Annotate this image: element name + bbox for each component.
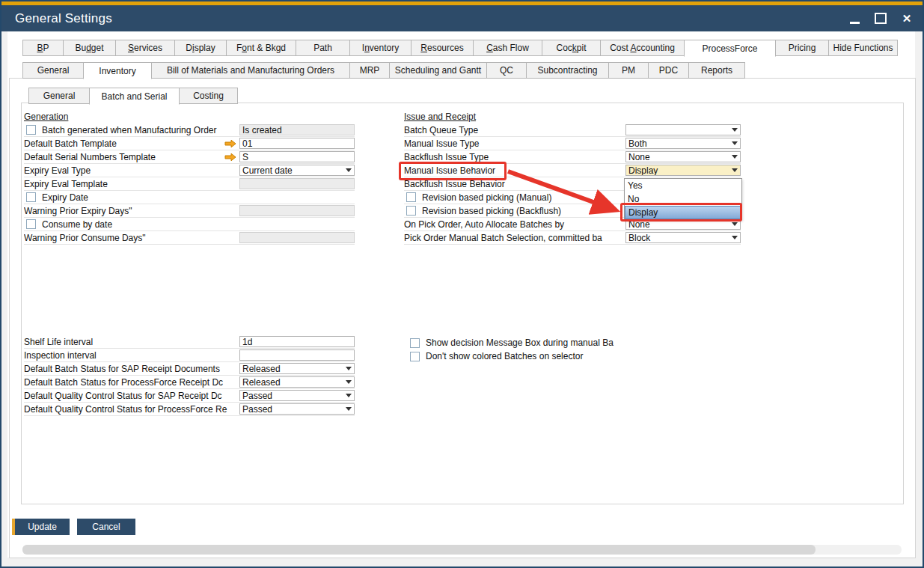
tab-subcontracting[interactable]: Subcontracting xyxy=(526,62,609,79)
checkbox-expiry-date[interactable] xyxy=(26,192,36,202)
form-row-expiry-eval-template: Expiry Eval Template xyxy=(24,177,355,191)
link-arrow-icon[interactable] xyxy=(224,139,236,148)
tab-font-bkgd[interactable]: Font & Bkgd xyxy=(226,40,296,56)
checkbox-consume-by-date[interactable] xyxy=(26,219,36,229)
tab-general[interactable]: General xyxy=(22,62,84,79)
field-label-on-pick-order-auto-allocate-batches-by: On Pick Order, Auto Allocate Batches by xyxy=(404,219,625,230)
checkbox-show-decision-message-box-during-manual-ba[interactable] xyxy=(410,338,420,348)
field-label-default-batch-status-for-processforce-receipt-dc: Default Batch Status for ProcessForce Re… xyxy=(24,377,239,388)
tab-mrp[interactable]: MRP xyxy=(349,62,390,79)
form-row-backflush-issue-type: Backflush Issue TypeNone xyxy=(404,150,741,164)
tab-label: Reports xyxy=(701,65,732,76)
tab-bp[interactable]: BP xyxy=(22,40,64,56)
tab-services[interactable]: Services xyxy=(115,40,175,56)
dropdown[interactable] xyxy=(625,124,741,135)
field-slot: Released xyxy=(239,376,355,388)
options-checkboxes: Show decision Message Box during manual … xyxy=(408,336,741,363)
dropdown-option-yes[interactable]: Yes xyxy=(625,179,741,192)
tab-label: Batch and Serial xyxy=(101,91,167,102)
tab-hide-functions[interactable]: Hide Functions xyxy=(828,40,898,56)
cancel-button[interactable]: Cancel xyxy=(77,519,135,535)
text-field-disabled-batch-generated-when-manufacturing-order: Is created xyxy=(239,124,355,135)
field-slot: Is created xyxy=(239,124,355,135)
tab-label: Bill of Materials and Manufacturing Orde… xyxy=(167,65,334,76)
field-slot: 01 xyxy=(239,138,355,149)
tab-label: Cost Accounting xyxy=(610,43,675,53)
tab-general[interactable]: General xyxy=(28,88,90,104)
update-button-accent xyxy=(12,519,15,535)
link-arrow-icon[interactable] xyxy=(224,153,236,162)
tab-row-processforce: GeneralInventoryBill of Materials and Ma… xyxy=(22,62,745,79)
tab-processforce[interactable]: ProcessForce xyxy=(684,40,776,57)
tab-cash-flow[interactable]: Cash Flow xyxy=(473,40,542,56)
field-label-revision-based-picking-manual: Revision based picking (Manual) xyxy=(422,192,625,203)
dropdown[interactable]: Block xyxy=(625,232,741,243)
titlebar: General Settings ✕ xyxy=(0,5,924,31)
field-label-default-serial-numbers-template: Default Serial Numbers Template xyxy=(24,152,224,162)
tab-path[interactable]: Path xyxy=(296,40,350,56)
tab-inventory[interactable]: Inventory xyxy=(349,40,411,56)
dropdown-value: None xyxy=(628,152,650,162)
checkbox-don-t-show-colored-batches-on-selector[interactable] xyxy=(410,352,420,361)
tab-label: Resources xyxy=(420,43,463,53)
tab-batch-and-serial[interactable]: Batch and Serial xyxy=(89,88,180,105)
dropdown-value: Passed xyxy=(242,404,272,415)
dropdown[interactable]: None xyxy=(625,151,741,162)
field-slot: Released xyxy=(239,363,355,374)
field-slot: Passed xyxy=(239,403,355,415)
tab-pm[interactable]: PM xyxy=(608,62,649,79)
chevron-down-icon xyxy=(732,141,738,145)
update-button[interactable]: Update xyxy=(12,519,70,535)
form-row-default-batch-status-for-sap-receipt-documents: Default Batch Status for SAP Receipt Doc… xyxy=(24,362,355,376)
dropdown[interactable]: Released xyxy=(239,376,355,388)
dropdown[interactable]: Released xyxy=(239,363,355,374)
tab-scheduling-and-gantt[interactable]: Scheduling and Gantt xyxy=(389,62,487,79)
dropdown-option-no[interactable]: No xyxy=(625,192,741,206)
text-field-default-batch-template[interactable]: 01 xyxy=(239,138,355,149)
dropdown[interactable]: Passed xyxy=(239,403,355,415)
tab-cost-accounting[interactable]: Cost Accounting xyxy=(600,40,685,56)
field-label-manual-issue-behavior: Manual Issue Behavior xyxy=(404,165,625,176)
field-slot: None xyxy=(625,219,741,230)
right-gutter xyxy=(915,31,923,567)
window-accent-strip xyxy=(0,0,924,5)
tab-costing[interactable]: Costing xyxy=(179,88,238,104)
tab-display[interactable]: Display xyxy=(174,40,227,56)
field-slot: Block xyxy=(625,232,741,243)
tab-pricing[interactable]: Pricing xyxy=(775,40,829,56)
dropdown-value: Released xyxy=(242,364,281,374)
text-field-default-serial-numbers-template[interactable]: S xyxy=(239,151,355,162)
minimize-button[interactable] xyxy=(846,10,863,27)
tab-budget[interactable]: Budget xyxy=(63,40,116,56)
tab-cockpit[interactable]: Cockpit xyxy=(542,40,601,56)
dropdown[interactable]: None xyxy=(625,219,741,230)
dropdown-value: Passed xyxy=(242,391,272,401)
tab-reports[interactable]: Reports xyxy=(688,62,745,79)
maximize-button[interactable] xyxy=(872,10,889,27)
tab-inventory[interactable]: Inventory xyxy=(83,62,152,79)
checkbox-revision-based-picking-backflush[interactable] xyxy=(406,206,416,216)
dropdown[interactable]: Both xyxy=(625,138,741,149)
text-field-shelf-life-interval[interactable]: 1d xyxy=(239,336,355,347)
dropdown[interactable]: Passed xyxy=(239,390,355,401)
form-row-expiry-date: Expiry Date xyxy=(24,191,355,204)
maximize-icon xyxy=(875,13,887,24)
tab-pdc[interactable]: PDC xyxy=(648,62,689,79)
dropdown[interactable]: Current date xyxy=(239,165,355,176)
field-label-batch-queue-type: Batch Queue Type xyxy=(404,125,625,135)
tab-resources[interactable]: Resources xyxy=(411,40,474,56)
form-row-default-quality-control-status-for-sap-receipt-dc: Default Quality Control Status for SAP R… xyxy=(24,389,355,403)
tab-qc[interactable]: QC xyxy=(486,62,527,79)
checkbox-revision-based-picking-manual[interactable] xyxy=(406,192,416,202)
close-button[interactable]: ✕ xyxy=(899,10,915,27)
tab-bill-of-materials-and-manufacturing-orders[interactable]: Bill of Materials and Manufacturing Orde… xyxy=(151,62,350,79)
field-slot: S xyxy=(239,151,355,162)
text-field-inspection-interval[interactable] xyxy=(239,349,355,361)
scrollbar-thumb[interactable] xyxy=(22,545,816,555)
dropdown[interactable]: Display xyxy=(625,165,741,176)
tab-row-main: BPBudgetServicesDisplayFont & BkgdPathIn… xyxy=(22,40,898,57)
tab-row-inventory-sub: GeneralBatch and SerialCosting xyxy=(28,88,238,105)
dropdown-option-display[interactable]: Display xyxy=(625,206,741,219)
checkbox-batch-generated-when-manufacturing-order[interactable] xyxy=(26,125,36,135)
field-label-don-t-show-colored-batches-on-selector: Don't show colored Batches on selector xyxy=(426,351,625,361)
